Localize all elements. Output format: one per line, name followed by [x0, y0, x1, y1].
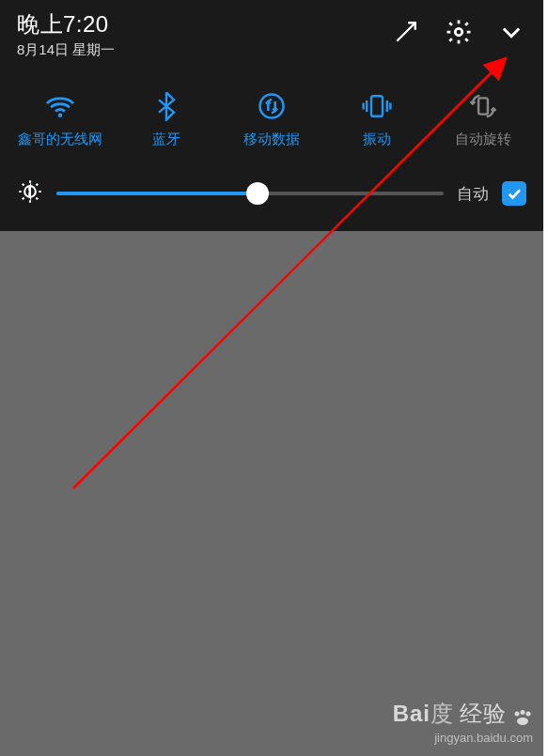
paw-icon — [512, 705, 533, 722]
svg-point-8 — [521, 710, 525, 715]
svg-point-0 — [455, 28, 462, 36]
svg-point-9 — [526, 712, 531, 717]
toggle-label: 鑫哥的无线网 — [18, 131, 102, 148]
toggle-vibrate[interactable]: 振动 — [332, 91, 422, 148]
auto-brightness-label: 自动 — [457, 183, 489, 205]
auto-brightness-checkbox[interactable] — [502, 181, 526, 206]
brightness-icon — [17, 178, 43, 208]
mobiledata-icon — [258, 91, 286, 121]
toggle-label: 振动 — [363, 131, 391, 148]
watermark-brand-b: 经验 — [460, 699, 507, 729]
date-label: 8月14日 星期一 — [17, 41, 115, 59]
quick-toggles-row: 鑫哥的无线网 蓝牙 移动数据 — [0, 65, 543, 163]
notification-shade: 晚上7:20 8月14日 星期一 — [0, 0, 543, 231]
settings-button[interactable] — [444, 17, 474, 47]
expand-button[interactable] — [496, 17, 526, 47]
toggle-mobiledata[interactable]: 移动数据 — [227, 91, 317, 148]
slider-thumb[interactable] — [246, 182, 269, 205]
toggle-bluetooth[interactable]: 蓝牙 — [121, 91, 211, 148]
status-bar: 晚上7:20 8月14日 星期一 — [0, 0, 543, 65]
watermark-url: jingyan.baidu.com — [393, 731, 533, 745]
clock-time: 晚上7:20 — [17, 9, 115, 39]
watermark-brand-a: Bai度 — [393, 699, 454, 729]
toggle-label: 蓝牙 — [152, 131, 180, 148]
edit-button[interactable] — [391, 17, 421, 47]
vibrate-icon — [360, 91, 394, 121]
svg-rect-4 — [478, 98, 488, 114]
toggle-autorotate[interactable]: 自动旋转 — [438, 91, 528, 148]
svg-point-1 — [58, 114, 62, 117]
brightness-row: 自动 — [0, 163, 543, 231]
bluetooth-icon — [155, 91, 178, 121]
chevron-down-icon — [498, 19, 525, 45]
autorotate-icon — [468, 91, 498, 121]
page-edge — [543, 0, 548, 756]
slider-fill — [56, 192, 258, 195]
check-icon — [506, 185, 523, 202]
svg-point-10 — [517, 717, 528, 725]
statusbar-actions — [391, 9, 526, 47]
svg-point-2 — [259, 95, 283, 118]
toggle-wifi[interactable]: 鑫哥的无线网 — [15, 91, 105, 148]
watermark: Bai度 经验 jingyan.baidu.com — [393, 699, 533, 745]
datetime-block: 晚上7:20 8月14日 星期一 — [17, 9, 115, 59]
pencil-icon — [394, 20, 418, 44]
toggle-label: 自动旋转 — [455, 131, 511, 148]
wifi-icon — [44, 91, 76, 121]
gear-icon — [445, 18, 473, 46]
brightness-slider[interactable] — [56, 192, 444, 195]
toggle-label: 移动数据 — [243, 131, 300, 148]
svg-rect-3 — [371, 96, 383, 116]
svg-point-7 — [515, 712, 520, 717]
